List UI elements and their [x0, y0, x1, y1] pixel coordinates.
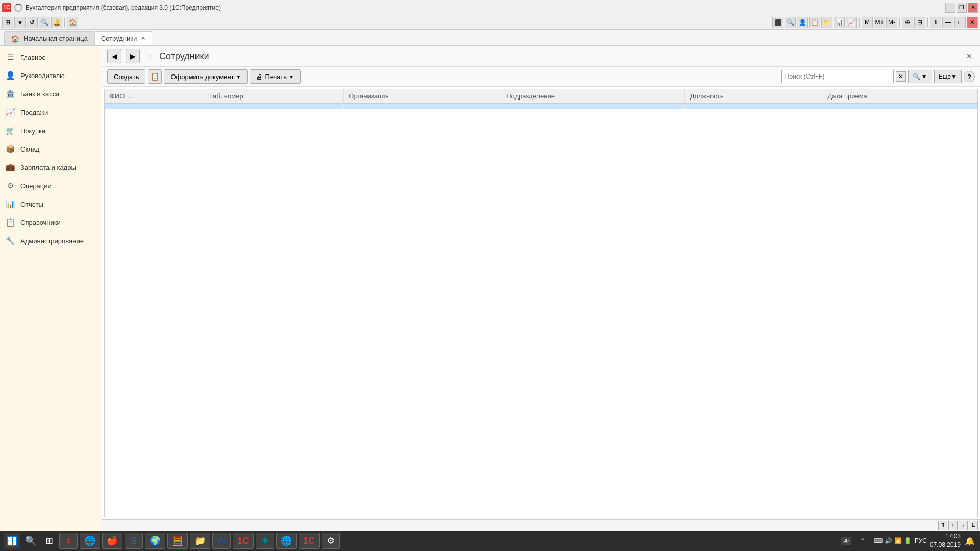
search-go-button[interactable]: 🔍 ▼ [908, 70, 932, 83]
create-label: Создать [114, 73, 139, 81]
tb-icon-search[interactable]: 🔍 [39, 17, 50, 28]
print-button[interactable]: 🖨 Печать ▼ [250, 69, 301, 84]
sidebar-item-payroll[interactable]: 💼 Зарплата и кадры [0, 158, 102, 177]
scroll-up-button[interactable]: ↑ [948, 521, 958, 530]
sidebar-item-admin[interactable]: 🔧 Администрирование [0, 232, 102, 250]
tb-icon-history[interactable]: ↺ [27, 17, 38, 28]
taskbar-app-yandex[interactable]: 🌐 [80, 533, 100, 549]
tb-icon-restore[interactable]: □ [954, 17, 966, 28]
tb-icon-r2[interactable]: 🔍 [785, 17, 796, 28]
directories-icon: 📋 [5, 217, 15, 228]
tray-icon-2[interactable]: 🔊 [885, 537, 892, 544]
notification-button[interactable]: 🔔 [964, 535, 976, 547]
tray-icon-3[interactable]: 📶 [894, 537, 902, 544]
tb-icon-split[interactable]: ⊟ [914, 17, 925, 28]
col-position[interactable]: Должность [684, 89, 822, 104]
search-go-arrow: ▼ [921, 73, 927, 80]
forward-button[interactable]: ▶ [126, 49, 140, 63]
minimize-button[interactable]: ─ [945, 3, 955, 13]
taskbar-app-browser[interactable]: 🌍 [145, 533, 165, 549]
col-dept-label: Подразделение [506, 92, 555, 100]
sales-icon: 📈 [5, 107, 15, 117]
tb-icon-r4[interactable]: 📋 [809, 17, 820, 28]
print-label: Печать [265, 73, 287, 81]
scroll-bottom-button[interactable]: ⇊ [969, 521, 978, 530]
tb-icon-info[interactable]: ℹ [930, 17, 941, 28]
taskbar-app-1c-tray[interactable]: 1 [59, 533, 78, 549]
taskbar-app-1c2[interactable]: 1C [299, 533, 320, 549]
col-tab-num[interactable]: Таб. номер [204, 89, 344, 104]
document-button[interactable]: Оформить документ ▼ [164, 69, 248, 84]
tab-employees[interactable]: Сотрудники ✕ [94, 31, 152, 45]
close-button[interactable]: ✕ [968, 3, 978, 13]
copy-button[interactable]: 📋 [148, 69, 162, 84]
table-row-selected[interactable] [105, 104, 977, 109]
sidebar-item-reports[interactable]: 📊 Отчеты [0, 195, 102, 213]
tb-icon-home[interactable]: 🏠 [67, 17, 78, 28]
taskbar-app-word[interactable]: W [212, 533, 231, 549]
tray-icon-1[interactable]: ⌨ [874, 537, 883, 544]
loading-icon [14, 4, 22, 12]
taskbar-app-telegram[interactable]: ✈ [256, 533, 274, 549]
help-button[interactable]: ? [964, 71, 975, 82]
taskbar-app-chrome[interactable]: 🌐 [276, 533, 297, 549]
col-fio-label: ФИО [110, 92, 125, 100]
language-indicator[interactable]: РУС [915, 537, 927, 544]
taskbar-app-calc[interactable]: 🧮 [167, 533, 188, 549]
col-fio[interactable]: ФИО ↓ [105, 89, 204, 104]
tb-icon-r6[interactable]: 📊 [834, 17, 845, 28]
sidebar-item-manager[interactable]: 👤 Руководителю [0, 66, 102, 85]
tb-icon-m[interactable]: M [862, 17, 873, 28]
sidebar-item-bank[interactable]: 🏦 Банк и касса [0, 85, 102, 103]
tb-icon-r7[interactable]: 📈 [846, 17, 857, 28]
table-header-row: ФИО ↓ Таб. номер Организация Подразделен… [105, 89, 977, 104]
back-button[interactable]: ◀ [107, 49, 121, 63]
taskbar-clock[interactable]: 17:03 07.08.2019 [930, 532, 961, 549]
sidebar-item-directories[interactable]: 📋 Справочники [0, 213, 102, 232]
taskbar-app-1c[interactable]: 1C [233, 533, 254, 549]
taskbar-app-fruit[interactable]: 🍎 [102, 533, 122, 549]
sidebar-label-reports: Отчеты [20, 201, 43, 208]
tb-icon-r3[interactable]: 👤 [797, 17, 808, 28]
content-close-button[interactable]: ✕ [964, 51, 975, 62]
tb-icon-r1[interactable]: ⬛ [772, 17, 783, 28]
tb-icon-m2[interactable]: M+ [874, 17, 885, 28]
tb-close[interactable]: ✕ [967, 17, 978, 28]
tb-icon-r5[interactable]: 📁 [821, 17, 832, 28]
tray-chevron[interactable]: ⌃ [854, 533, 871, 549]
action-toolbar: Создать 📋 Оформить документ ▼ 🖨 Печать ▼… [102, 67, 980, 87]
sidebar-item-sales[interactable]: 📈 Продажи [0, 103, 102, 121]
taskbar-taskview-button[interactable]: ⊞ [41, 533, 57, 549]
col-hire-date[interactable]: Дата приема [822, 89, 977, 104]
col-org[interactable]: Организация [344, 89, 501, 104]
more-button[interactable]: Еще ▼ [934, 70, 962, 83]
tb-icon-notify[interactable]: 🔔 [51, 17, 62, 28]
taskbar-search-button[interactable]: 🔍 [22, 533, 39, 549]
ai-badge: Ai [841, 537, 851, 545]
search-clear-button[interactable]: ✕ [896, 71, 906, 82]
sidebar-item-purchases[interactable]: 🛒 Покупки [0, 121, 102, 140]
tray-icon-4[interactable]: 🔋 [904, 537, 912, 544]
scroll-down-button[interactable]: ↓ [959, 521, 968, 530]
tb-icon-m3[interactable]: M- [886, 17, 897, 28]
search-input[interactable] [781, 70, 894, 83]
col-dept[interactable]: Подразделение [501, 89, 685, 104]
sidebar-item-main[interactable]: ☰ Главное [0, 48, 102, 66]
taskbar-app-skype[interactable]: S [125, 533, 143, 549]
tb-icon-favorite[interactable]: ★ [14, 17, 26, 28]
start-button[interactable] [4, 533, 20, 549]
tab-home[interactable]: 🏠 Начальная страница [4, 31, 94, 45]
create-button[interactable]: Создать [107, 69, 145, 84]
sidebar-item-warehouse[interactable]: 📦 Склад [0, 140, 102, 158]
favorite-button[interactable]: ☆ [144, 51, 155, 62]
scroll-top-button[interactable]: ⇈ [938, 521, 947, 530]
tb-icon-1[interactable]: ⊞ [2, 17, 13, 28]
sidebar-label-payroll: Зарплата и кадры [20, 164, 76, 171]
tab-employees-close[interactable]: ✕ [141, 35, 145, 42]
sidebar-item-operations[interactable]: ⚙ Операции [0, 177, 102, 195]
taskbar-app-settings[interactable]: ⚙ [322, 533, 340, 549]
tb-icon-zoom[interactable]: ⊕ [902, 17, 913, 28]
taskbar-app-files[interactable]: 📁 [190, 533, 210, 549]
maximize-button[interactable]: ❐ [957, 3, 967, 13]
tb-icon-lock[interactable]: — [942, 17, 953, 28]
